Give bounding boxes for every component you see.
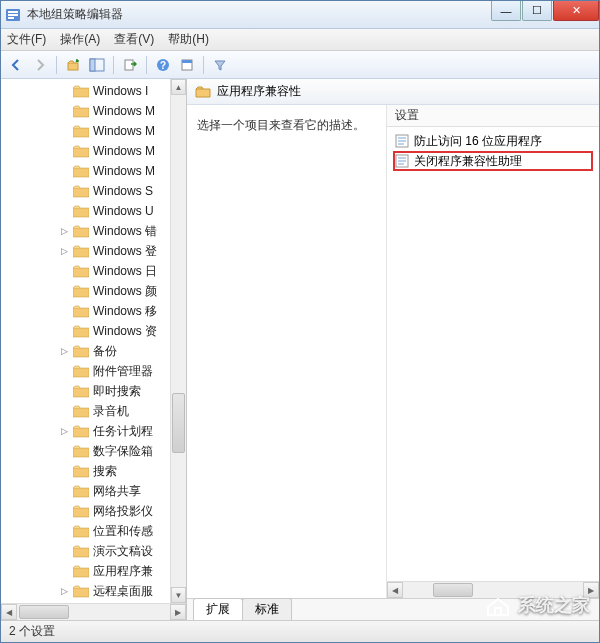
expand-icon[interactable] <box>59 106 70 117</box>
close-button[interactable]: ✕ <box>553 1 599 21</box>
menu-help[interactable]: 帮助(H) <box>168 31 209 48</box>
expand-icon[interactable] <box>59 166 70 177</box>
tab-standard[interactable]: 标准 <box>242 598 292 620</box>
folder-icon <box>195 85 211 99</box>
expand-icon[interactable] <box>59 326 70 337</box>
scroll-right-button[interactable]: ▶ <box>583 582 599 598</box>
scroll-right-button[interactable]: ▶ <box>170 604 186 620</box>
tree-item[interactable]: Windows I <box>7 81 170 101</box>
tree-item[interactable]: 数字保险箱 <box>7 441 170 461</box>
expand-icon[interactable] <box>59 386 70 397</box>
svg-rect-4 <box>68 63 78 70</box>
titlebar[interactable]: 本地组策略编辑器 — ☐ ✕ <box>1 1 599 29</box>
minimize-button[interactable]: — <box>491 1 521 21</box>
back-button[interactable] <box>5 54 27 76</box>
settings-column-header[interactable]: 设置 <box>387 105 599 127</box>
expand-icon[interactable]: ▷ <box>59 426 70 437</box>
tree-item[interactable]: 位置和传感 <box>7 521 170 541</box>
scroll-down-button[interactable]: ▼ <box>171 587 186 603</box>
tree-item[interactable]: Windows M <box>7 141 170 161</box>
scroll-track[interactable] <box>17 604 170 620</box>
properties-button[interactable] <box>176 54 198 76</box>
scroll-track[interactable] <box>403 582 583 598</box>
tab-extended[interactable]: 扩展 <box>193 598 243 620</box>
menu-file[interactable]: 文件(F) <box>7 31 46 48</box>
tree-item[interactable]: 应用程序兼 <box>7 561 170 581</box>
scroll-thumb[interactable] <box>19 605 69 619</box>
filter-button[interactable] <box>209 54 231 76</box>
tree-item[interactable]: 录音机 <box>7 401 170 421</box>
tree-item[interactable]: ▷Windows 登 <box>7 241 170 261</box>
expand-icon[interactable] <box>59 566 70 577</box>
tree-item[interactable]: Windows U <box>7 201 170 221</box>
expand-icon[interactable] <box>59 146 70 157</box>
expand-icon[interactable]: ▷ <box>59 346 70 357</box>
expand-icon[interactable] <box>59 186 70 197</box>
scroll-thumb[interactable] <box>172 393 185 453</box>
tree-item[interactable]: Windows M <box>7 161 170 181</box>
tree-horizontal-scrollbar[interactable]: ◀ ▶ <box>1 604 186 620</box>
tree-item-label: Windows 颜 <box>93 283 157 300</box>
tree-item[interactable]: Windows S <box>7 181 170 201</box>
menu-view[interactable]: 查看(V) <box>114 31 154 48</box>
show-hide-tree-button[interactable] <box>86 54 108 76</box>
up-button[interactable] <box>62 54 84 76</box>
tree-item-label: Windows M <box>93 144 155 158</box>
tree-item[interactable]: Windows 移 <box>7 301 170 321</box>
window-root: 本地组策略编辑器 — ☐ ✕ 文件(F) 操作(A) 查看(V) 帮助(H) ?… <box>0 0 600 643</box>
menu-action[interactable]: 操作(A) <box>60 31 100 48</box>
expand-icon[interactable]: ▷ <box>59 246 70 257</box>
tree-item-label: Windows M <box>93 104 155 118</box>
tree-item[interactable]: 搜索 <box>7 461 170 481</box>
toolbar-separator <box>56 56 57 74</box>
expand-icon[interactable]: ▷ <box>59 226 70 237</box>
setting-item[interactable]: 防止访问 16 位应用程序 <box>393 131 593 151</box>
tree-item-label: 应用程序兼 <box>93 563 153 580</box>
expand-icon[interactable] <box>59 366 70 377</box>
tree-item[interactable]: Windows M <box>7 121 170 141</box>
right-body: 选择一个项目来查看它的描述。 设置 防止访问 16 位应用程序关闭程序兼容性助理… <box>187 105 599 598</box>
expand-icon[interactable] <box>59 126 70 137</box>
tree-item-label: Windows S <box>93 184 153 198</box>
forward-button[interactable] <box>29 54 51 76</box>
tree-item[interactable]: 即时搜索 <box>7 381 170 401</box>
tree-item[interactable]: 网络共享 <box>7 481 170 501</box>
tree-item[interactable]: ▷备份 <box>7 341 170 361</box>
tree-item[interactable]: 网络投影仪 <box>7 501 170 521</box>
tree-item[interactable]: Windows 资 <box>7 321 170 341</box>
tree-item[interactable]: ▷Windows 错 <box>7 221 170 241</box>
expand-icon[interactable] <box>59 266 70 277</box>
expand-icon[interactable] <box>59 306 70 317</box>
expand-icon[interactable] <box>59 86 70 97</box>
settings-horizontal-scrollbar[interactable]: ◀ ▶ <box>387 581 599 598</box>
svg-rect-3 <box>8 17 14 19</box>
tree-item[interactable]: Windows M <box>7 101 170 121</box>
scroll-thumb[interactable] <box>433 583 473 597</box>
tree-item[interactable]: 附件管理器 <box>7 361 170 381</box>
expand-icon[interactable]: ▷ <box>59 586 70 597</box>
tree-item-label: 即时搜索 <box>93 383 141 400</box>
tree-vertical-scrollbar[interactable]: ▲ ▼ <box>170 79 186 603</box>
scroll-up-button[interactable]: ▲ <box>171 79 186 95</box>
expand-icon[interactable] <box>59 486 70 497</box>
tree-item[interactable]: Windows 颜 <box>7 281 170 301</box>
expand-icon[interactable] <box>59 446 70 457</box>
tree-item[interactable]: ▷任务计划程 <box>7 421 170 441</box>
tree-list: Windows IWindows MWindows MWindows MWind… <box>1 79 170 603</box>
scroll-left-button[interactable]: ◀ <box>1 604 17 620</box>
expand-icon[interactable] <box>59 526 70 537</box>
expand-icon[interactable] <box>59 286 70 297</box>
expand-icon[interactable] <box>59 546 70 557</box>
expand-icon[interactable] <box>59 206 70 217</box>
tree-item[interactable]: 演示文稿设 <box>7 541 170 561</box>
export-list-button[interactable] <box>119 54 141 76</box>
tree-item[interactable]: ▷远程桌面服 <box>7 581 170 601</box>
expand-icon[interactable] <box>59 466 70 477</box>
expand-icon[interactable] <box>59 506 70 517</box>
expand-icon[interactable] <box>59 406 70 417</box>
maximize-button[interactable]: ☐ <box>522 1 552 21</box>
scroll-left-button[interactable]: ◀ <box>387 582 403 598</box>
tree-item[interactable]: Windows 日 <box>7 261 170 281</box>
help-button[interactable]: ? <box>152 54 174 76</box>
setting-item[interactable]: 关闭程序兼容性助理 <box>393 151 593 171</box>
